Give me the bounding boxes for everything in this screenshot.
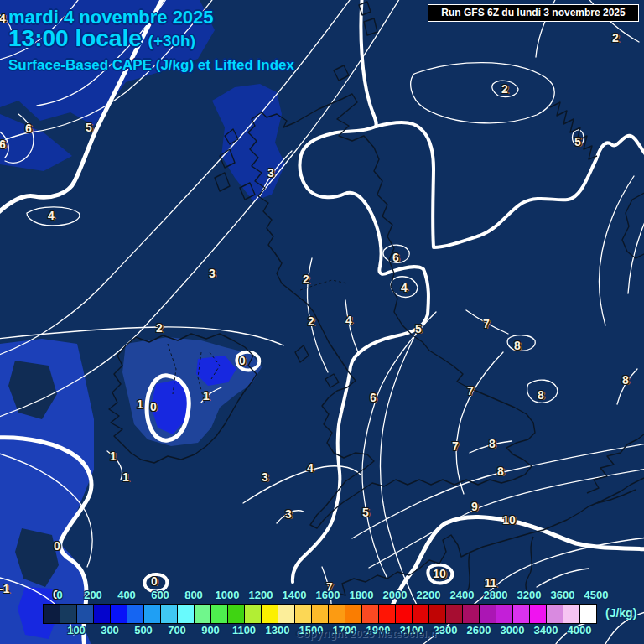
scale-cell xyxy=(194,604,211,624)
contour-label: 6 xyxy=(0,138,6,151)
contour-label: 11 xyxy=(485,576,497,589)
scale-tick-label: 4000 xyxy=(568,624,592,636)
scale-cell xyxy=(428,604,446,624)
scale-cell xyxy=(462,604,480,624)
contour-label: 7 xyxy=(467,384,474,397)
contour-label: 8 xyxy=(514,339,521,352)
contour-label: 7 xyxy=(452,439,459,453)
scale-cell xyxy=(143,604,161,624)
scale-tick-label: 400 xyxy=(117,589,136,601)
contour-label: 4 xyxy=(345,314,352,327)
scale-cell xyxy=(160,604,178,624)
contour-label: 1 xyxy=(122,470,129,484)
scale-tick-label: 0 xyxy=(56,589,62,601)
scale-tick-label: 900 xyxy=(201,624,220,636)
copyright-text: Copyright 2025 Meteociel.fr xyxy=(295,627,438,640)
contour-label: 0 xyxy=(239,354,246,367)
contour-label: 8 xyxy=(489,437,496,450)
scale-tick-label: 2400 xyxy=(450,589,475,601)
scale-unit-label: (J/kg) xyxy=(605,606,636,620)
scale-cell xyxy=(563,604,580,624)
scale-cell xyxy=(210,604,228,624)
contour-label: 5 xyxy=(362,506,369,519)
contour-label: 0 xyxy=(54,539,60,553)
contour-label: -1 xyxy=(0,582,9,595)
scale-cell xyxy=(43,604,60,624)
scale-cell xyxy=(328,604,345,624)
run-info-box: Run GFS 6Z du lundi 3 novembre 2025 xyxy=(428,4,639,22)
scale-cell xyxy=(378,604,396,624)
contour-label: 10 xyxy=(502,513,516,527)
scale-tick-label: 2000 xyxy=(383,589,408,601)
scale-tick-label: 800 xyxy=(184,589,203,601)
scale-cell xyxy=(445,604,463,624)
scale-tick-label: 3000 xyxy=(501,624,525,636)
contour-label: 3 xyxy=(285,507,292,521)
scale-cell xyxy=(512,604,530,624)
scale-tick-label: 3400 xyxy=(534,624,558,636)
contour-label: 8 xyxy=(538,388,544,402)
contour-label: 3 xyxy=(267,166,274,179)
scale-cell xyxy=(60,604,77,624)
contour-label: 8 xyxy=(622,373,629,387)
contour-label: 2 xyxy=(308,314,314,328)
time-text: 13:00 locale xyxy=(8,25,142,51)
scale-cell xyxy=(127,604,144,624)
scale-cell xyxy=(76,604,94,624)
weather-map-page: 4226565346324247258087816108714831953100… xyxy=(0,0,644,644)
scale-cell xyxy=(227,604,245,624)
contour-label: 6 xyxy=(392,251,399,264)
scale-tick-label: 500 xyxy=(134,624,153,636)
scale-cell xyxy=(177,604,195,624)
contour-label: 6 xyxy=(25,122,32,135)
coastlines xyxy=(109,2,644,600)
contour-label: 6 xyxy=(370,391,377,404)
cape-fill-regions xyxy=(0,0,285,644)
scale-tick-label: 2800 xyxy=(484,589,508,601)
contour-label: 2 xyxy=(501,82,508,96)
contour-label: 9 xyxy=(471,500,478,513)
contour-label: 0 xyxy=(151,574,158,588)
contour-label: 4 xyxy=(0,12,6,25)
time-label: 13:00 locale (+30h) xyxy=(8,25,195,52)
scale-tick-label: 3600 xyxy=(551,589,575,601)
contour-label: 5 xyxy=(574,135,581,148)
scale-cell xyxy=(412,604,429,624)
scale-cell xyxy=(546,604,564,624)
scale-tick-label: 4500 xyxy=(584,589,609,601)
scale-cell xyxy=(479,604,496,624)
scale-cell xyxy=(93,604,111,624)
scale-tick-label: 2600 xyxy=(467,624,491,636)
contour-label: 4 xyxy=(307,461,314,475)
contour-label: 4 xyxy=(401,281,408,294)
contour-label: 1 xyxy=(203,389,210,402)
contour-label: 1 xyxy=(110,449,117,463)
forecast-offset: (+30h) xyxy=(148,32,196,49)
scale-cell xyxy=(579,604,597,624)
scale-cell xyxy=(278,604,295,624)
contour-label: 0 xyxy=(150,400,157,413)
contour-label: 5 xyxy=(86,121,92,134)
scale-tick-label: 100 xyxy=(67,624,86,636)
scale-tick-label: 300 xyxy=(101,624,119,636)
scale-tick-label: 700 xyxy=(168,624,186,636)
scale-tick-label: 2200 xyxy=(417,589,441,601)
contour-label: 1 xyxy=(137,397,143,411)
scale-cell xyxy=(294,604,312,624)
scale-cell xyxy=(529,604,547,624)
scale-tick-label: 600 xyxy=(151,589,169,601)
scale-tick-label: 1100 xyxy=(232,624,256,636)
scale-tick-label: 1600 xyxy=(316,589,340,601)
contour-label: 7 xyxy=(483,317,490,330)
contour-label: 2 xyxy=(303,273,309,286)
contour-label: 5 xyxy=(415,322,422,335)
scale-tick-label: 1300 xyxy=(266,624,290,636)
contour-label: 10 xyxy=(433,567,446,580)
scale-cell xyxy=(244,604,262,624)
weather-map[interactable] xyxy=(0,0,644,644)
scale-tick-label: 1200 xyxy=(249,589,273,601)
contour-label: 4 xyxy=(48,209,55,222)
contour-label: 3 xyxy=(262,470,268,484)
scale-tick-label: 1400 xyxy=(283,589,307,601)
contour-label: 3 xyxy=(209,267,216,280)
